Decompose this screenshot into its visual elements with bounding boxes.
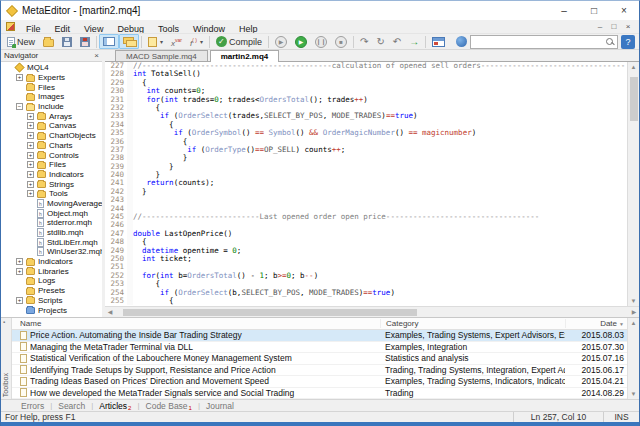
sidebar-item-experts[interactable]: +Experts [1,73,102,83]
search-input[interactable] [471,36,605,48]
article-row[interactable]: Managing the MetaTrader Terminal via DLL… [12,342,627,354]
article-row[interactable]: Statistical Verification of the Labouche… [12,353,627,365]
sidebar-item-include[interactable]: −Include [1,102,102,112]
sidebar-item-charts[interactable]: +Charts [1,141,102,151]
menu-window[interactable]: Window [186,24,232,34]
expand-icon[interactable]: + [27,122,34,129]
sidebar-item-indicators[interactable]: +Indicators [1,257,102,267]
menu-edit[interactable]: Edit [48,24,78,34]
mdi-minimize-button[interactable]: – [593,22,607,31]
scroll-down-icon[interactable]: ▼ [631,296,637,306]
code-line-242[interactable]: 242 } [105,188,627,196]
sidebar-item-logs[interactable]: +Logs [1,276,102,286]
expand-icon[interactable]: + [27,142,34,149]
sidebar-item-stdliberr-mqh[interactable]: +hStdLibErr.mqh [1,237,102,247]
menu-tools[interactable]: Tools [151,24,186,34]
scroll-left-icon[interactable]: ◀ [105,307,115,317]
expand-icon[interactable]: + [27,113,34,120]
add-function-button[interactable]: f( ) ▾ [186,34,207,49]
search-icon[interactable] [605,37,615,47]
debug-restart-button[interactable]: ▶ [271,34,291,49]
toolbox-scrollbar[interactable]: ▲ ▼ [627,318,639,399]
toolbox-tab-articles[interactable]: Articles2 [93,401,137,411]
code-line-228[interactable]: 228int TotalSell() [105,70,627,78]
mdi-restore-button[interactable]: □ [607,22,621,31]
scroll-down-icon[interactable]: ▼ [631,389,637,399]
collapse-icon[interactable]: − [16,103,23,110]
save-all-button[interactable] [76,34,94,49]
maximize-button[interactable]: □ [579,1,609,20]
sidebar-item-stderror-mqh[interactable]: +hstderror.mqh [1,218,102,228]
menu-view[interactable]: View [77,24,110,34]
code-line-250[interactable]: 250 int ticket; [105,255,627,263]
run-to-cursor-button[interactable]: → [405,34,423,49]
open-button[interactable] [39,34,58,49]
code-line-241[interactable]: 241 return(counts); [105,179,627,187]
vertical-scroll-thumb[interactable] [630,77,638,121]
sidebar-item-tools[interactable]: +Tools [1,189,102,199]
toolbox-tab-journal[interactable]: Journal [200,401,240,411]
sidebar-item-scripts[interactable]: +Scripts [1,296,102,306]
code-line-247[interactable]: 247double LastOpenPrice() [105,230,627,238]
column-header-name[interactable]: Name [12,319,380,328]
scroll-right-icon[interactable]: ▶ [629,307,639,317]
sidebar-item-chartobjects[interactable]: +ChartObjects [1,131,102,141]
code-line-252[interactable]: 252 for(int b=OrdersTotal() - 1; b>=0; b… [105,272,627,280]
editor-horizontal-scrollbar[interactable]: ◀ ▶ [105,306,639,317]
article-row[interactable]: Identifying Trade Setups by Support, Res… [12,365,627,377]
compile-button[interactable]: ✓ Compile [212,34,266,49]
column-header-date[interactable]: Date▼ [565,319,627,328]
toolbox-tab-errors[interactable]: Errors [15,401,50,411]
sidebar-item-libraries[interactable]: +Libraries [1,266,102,276]
tab-macd-sample-mq4[interactable]: MACD Sample.mq4 [115,50,208,61]
menu-file[interactable]: File [19,24,48,34]
code-line-239[interactable]: 239 } [105,163,627,171]
expand-icon[interactable]: + [27,132,34,139]
sidebar-item-controls[interactable]: +Controls [1,150,102,160]
expand-icon[interactable]: + [16,297,23,304]
sidebar-item-canvas[interactable]: +Canvas [1,121,102,131]
sidebar-item-images[interactable]: +Images [1,92,102,102]
sidebar-item-strings[interactable]: +Strings [1,179,102,189]
tab-martin2-mq4[interactable]: martin2.mq4 [210,50,280,62]
code-view[interactable]: 227//-----------------------------------… [105,62,627,306]
step-over-button[interactable]: ↻ [372,34,388,49]
expand-icon[interactable]: + [27,181,34,188]
save-button[interactable] [58,34,76,49]
sidebar-item-winuser32-mqh[interactable]: +hWinUser32.mqh [1,247,102,257]
code-line-255[interactable]: 255 { [105,297,627,305]
step-out-button[interactable]: ↶ [389,34,405,49]
sidebar-item-files[interactable]: +Files [1,160,102,170]
help-button[interactable]: ? [621,35,635,49]
debug-start-button[interactable]: ▶ [291,34,311,49]
expand-icon[interactable]: + [16,268,23,275]
sidebar-item-files[interactable]: +Files [1,82,102,92]
navigator-close-icon[interactable]: × [94,51,99,61]
menu-debug[interactable]: Debug [110,24,151,34]
styler-button[interactable]: ▾ [144,34,167,49]
minimize-button[interactable]: – [549,1,579,20]
editor-vertical-scrollbar[interactable]: ▲ ▼ [627,62,639,306]
sidebar-item-object-mqh[interactable]: +hObject.mqh [1,208,102,218]
expand-icon[interactable]: + [27,171,34,178]
sidebar-item-arrays[interactable]: +Arrays [1,111,102,121]
expand-icon[interactable]: + [27,161,34,168]
code-line-245[interactable]: 245//--------------------------Last open… [105,213,627,221]
new-button[interactable]: New [3,34,39,49]
mdi-close-button[interactable]: × [621,22,635,31]
open-terminal-button[interactable] [428,34,449,49]
expand-icon[interactable]: + [16,74,23,81]
sidebar-item-mql4[interactable]: +MQL4 [1,63,102,73]
sidebar-item-presets[interactable]: +Presets [1,286,102,296]
expand-icon[interactable]: + [27,152,34,159]
add-variable-button[interactable]: xvar [167,34,186,49]
mql5-community-icon[interactable] [456,36,467,47]
pin-icon[interactable]: ▪ [3,319,5,325]
toolbox-tab-search[interactable]: Search [52,401,91,411]
scroll-up-icon[interactable]: ▲ [631,62,637,72]
horizontal-scroll-thumb[interactable] [123,309,417,316]
expand-icon[interactable]: + [16,258,23,265]
sidebar-item-indicators[interactable]: +Indicators [1,170,102,180]
code-line-231[interactable]: 231 for(int trades=0; trades<OrdersTotal… [105,96,627,104]
sidebar-item-projects[interactable]: +Projects [1,305,102,315]
